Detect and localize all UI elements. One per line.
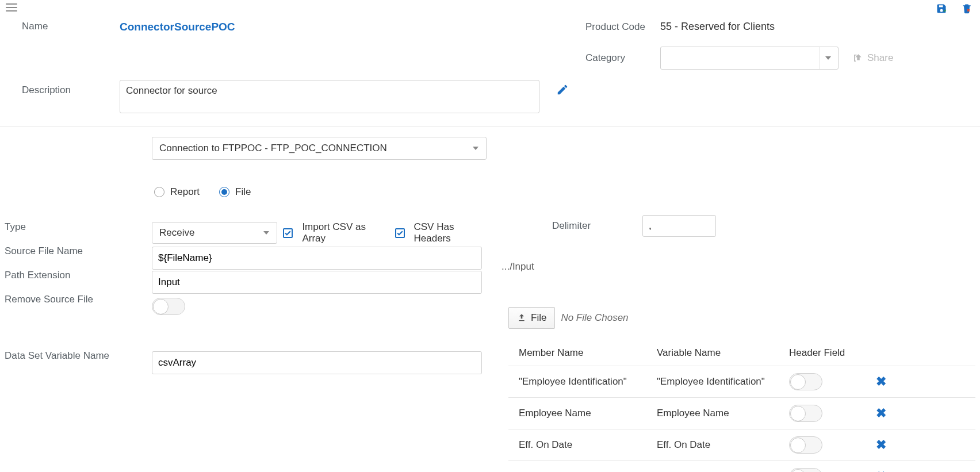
csv-headers-label: CSV Has Headers — [414, 221, 487, 244]
radio-report-label: Report — [170, 186, 200, 198]
save-icon[interactable] — [935, 2, 948, 15]
share-button[interactable]: Share — [852, 52, 893, 64]
source-file-label: Source File Name — [5, 239, 147, 263]
description-input[interactable] — [120, 80, 539, 113]
delete-row-icon[interactable]: ✖ — [864, 374, 898, 389]
product-code-label: Product Code — [585, 21, 660, 33]
delete-row-icon[interactable]: ✖ — [864, 438, 898, 452]
delete-row-icon[interactable]: ✖ — [864, 469, 898, 472]
path-extension-label: Path Extension — [5, 263, 147, 287]
connection-value: Connection to FTPPOC - FTP_POC_CONNECTIO… — [159, 143, 387, 154]
variable-name-cell: Employee Name — [657, 408, 789, 419]
path-preview: .../Input — [502, 261, 975, 273]
table-row: Data ItemData Item✖ — [508, 461, 975, 472]
header-field-toggle[interactable] — [789, 468, 822, 472]
radio-file[interactable]: File — [219, 186, 251, 198]
chevron-down-icon — [263, 231, 269, 235]
type-label: Type — [5, 215, 147, 239]
name-value: ConnectorSourcePOC — [120, 21, 539, 33]
col-header-field: Header Field — [789, 347, 864, 359]
col-variable-name: Variable Name — [657, 347, 789, 359]
header-field-toggle[interactable] — [789, 405, 822, 422]
category-label: Category — [585, 52, 660, 64]
name-label: Name — [22, 21, 120, 32]
file-upload-button[interactable]: File — [508, 307, 555, 329]
description-label: Description — [22, 80, 120, 96]
remove-source-toggle[interactable] — [152, 298, 185, 315]
radio-file-label: File — [235, 186, 251, 198]
chevron-down-icon — [473, 147, 478, 150]
delimiter-label: Delimiter — [552, 220, 591, 232]
delimiter-input[interactable] — [642, 215, 716, 237]
delete-icon[interactable] — [960, 2, 973, 15]
table-row: Employee NameEmployee Name✖ — [508, 397, 975, 429]
delete-row-icon[interactable]: ✖ — [864, 406, 898, 421]
import-csv-label: Import CSV as Array — [302, 221, 383, 244]
header-field-toggle[interactable] — [789, 436, 822, 454]
dataset-variable-input[interactable] — [152, 351, 482, 374]
file-button-label: File — [531, 312, 546, 324]
table-row: "Employee Identification""Employee Ident… — [508, 366, 975, 397]
remove-source-label: Remove Source File — [5, 287, 147, 312]
col-member-name: Member Name — [519, 347, 657, 359]
radio-report[interactable]: Report — [154, 186, 200, 198]
member-name-cell: Eff. On Date — [519, 439, 657, 451]
member-name-cell: "Employee Identification" — [519, 376, 657, 387]
header-field-toggle[interactable] — [789, 373, 822, 390]
no-file-chosen: No File Chosen — [561, 312, 628, 324]
member-name-cell: Employee Name — [519, 408, 657, 419]
table-row: Eff. On DateEff. On Date✖ — [508, 429, 975, 461]
chevron-down-icon — [825, 56, 831, 60]
type-value: Receive — [159, 227, 194, 239]
connection-select[interactable]: Connection to FTPPOC - FTP_POC_CONNECTIO… — [152, 137, 487, 160]
variable-name-cell: Eff. On Date — [657, 439, 789, 451]
variable-name-cell: "Employee Identification" — [657, 376, 789, 387]
path-extension-input[interactable] — [152, 271, 482, 294]
category-select[interactable] — [660, 47, 839, 70]
edit-icon[interactable] — [556, 83, 569, 96]
dataset-variable-label: Data Set Variable Name — [5, 344, 147, 368]
mapping-table: Member Name Variable Name Header Field "… — [508, 340, 975, 472]
csv-headers-checkbox[interactable] — [395, 228, 405, 238]
source-file-input[interactable] — [152, 247, 482, 270]
share-label: Share — [867, 52, 893, 64]
product-code-value: 55 - Reserved for Clients — [660, 21, 960, 33]
type-select[interactable]: Receive — [152, 222, 277, 244]
import-csv-checkbox[interactable] — [283, 228, 293, 238]
menu-icon[interactable] — [6, 3, 17, 11]
